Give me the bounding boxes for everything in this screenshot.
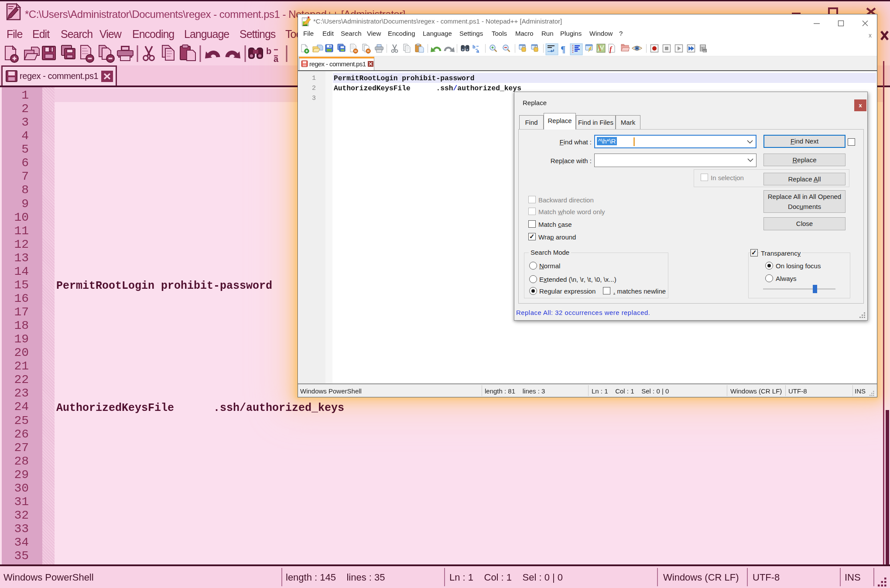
svg-text:uc: uc <box>703 50 706 52</box>
svg-text:b: b <box>472 44 476 49</box>
svg-text:¶: ¶ <box>561 44 565 55</box>
svg-text:b: b <box>266 46 271 56</box>
